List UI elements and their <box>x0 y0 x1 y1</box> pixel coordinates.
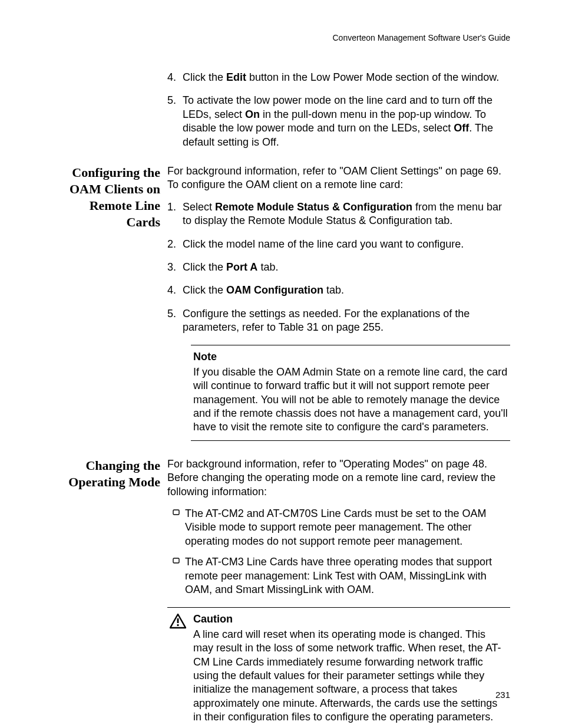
txt: tab. <box>257 261 278 273</box>
caution-title: Caution <box>193 612 508 626</box>
txt: Select <box>183 201 215 213</box>
svg-rect-3 <box>177 624 179 626</box>
step-num: 1. <box>167 200 183 214</box>
bullet-item: The AT-CM3 Line Cards have three operati… <box>167 555 510 597</box>
opmode-intro: For background information, refer to "Op… <box>167 457 510 499</box>
txt: tab. <box>323 284 344 296</box>
page-number: 231 <box>495 690 510 700</box>
step-num: 2. <box>167 238 183 251</box>
oam-section-row: Configuring the OAM Clients on Remote Li… <box>52 164 510 457</box>
bullet-item: The AT-CM2 and AT-CM70S Line Cards must … <box>167 507 510 548</box>
svg-rect-1 <box>173 558 179 563</box>
caution-icon <box>170 614 186 633</box>
oam-heading: Configuring the OAM Clients on Remote Li… <box>52 164 167 231</box>
txt-bold: On <box>245 108 260 120</box>
note-body: If you disable the OAM Admin State on a … <box>193 365 508 434</box>
caution-icon-cell <box>170 612 193 724</box>
step-body: Click the Edit button in the Low Power M… <box>183 71 510 84</box>
top-steps-row: 4. Click the Edit button in the Low Powe… <box>52 71 510 159</box>
txt: Click the <box>183 284 226 296</box>
oam-step-1: 1. Select Remote Module Status & Configu… <box>167 200 510 228</box>
oam-step-5: 5. Configure the settings as needed. For… <box>167 307 510 335</box>
txt: Click the <box>183 71 226 83</box>
step-num: 3. <box>167 261 183 274</box>
oam-step-3: 3. Click the Port A tab. <box>167 261 510 274</box>
oam-step-2: 2. Click the model name of the line card… <box>167 238 510 251</box>
caution-body: Caution A line card will reset when its … <box>193 612 508 724</box>
step-body: Click the OAM Configuration tab. <box>183 284 510 297</box>
oam-intro: For background information, refer to "OA… <box>167 164 510 192</box>
txt: button in the Low Power Mode section of … <box>246 71 499 83</box>
running-header: Converteon Management Software User's Gu… <box>52 33 510 42</box>
bullet-list: The AT-CM2 and AT-CM70S Line Cards must … <box>167 507 510 597</box>
caution-text: A line card will reset when its operatin… <box>193 628 508 724</box>
note-title: Note <box>193 350 508 364</box>
svg-rect-2 <box>177 618 179 623</box>
bullet-text: The AT-CM3 Line Cards have three operati… <box>185 555 510 597</box>
step-num: 4. <box>167 284 183 297</box>
svg-rect-0 <box>173 510 179 515</box>
txt: Click the <box>183 261 226 273</box>
caution-box: Caution A line card will reset when its … <box>167 607 510 728</box>
txt-bold: Edit <box>226 71 246 83</box>
heading-line: OAM Clients on <box>52 181 160 197</box>
step-4: 4. Click the Edit button in the Low Powe… <box>167 71 510 84</box>
step-5: 5. To activate the low power mode on the… <box>167 94 510 149</box>
txt-bold: Port A <box>226 261 257 273</box>
opmode-body: For background information, refer to "Op… <box>167 457 510 728</box>
note-box: Note If you disable the OAM Admin State … <box>191 345 510 440</box>
step-body: Select Remote Module Status & Configurat… <box>183 200 510 228</box>
bullet-icon <box>167 555 185 564</box>
step-body: To activate the low power mode on the li… <box>183 94 510 149</box>
step-num: 5. <box>167 94 183 107</box>
txt-bold: OAM Configuration <box>226 284 323 296</box>
heading-line: Configuring the <box>52 164 160 181</box>
step-body: Click the model name of the line card yo… <box>183 238 510 251</box>
step-num: 4. <box>167 71 183 84</box>
step-body: Configure the settings as needed. For th… <box>183 307 510 335</box>
step-num: 5. <box>167 307 183 321</box>
heading-line: Changing the <box>52 457 160 474</box>
oam-body: For background information, refer to "OA… <box>167 164 510 457</box>
txt-bold: Remote Module Status & Configuration <box>215 201 412 213</box>
page: Converteon Management Software User's Gu… <box>0 0 562 728</box>
opmode-section-row: Changing the Operating Mode For backgrou… <box>52 457 510 728</box>
bullet-text: The AT-CM2 and AT-CM70S Line Cards must … <box>185 507 510 548</box>
heading-line: Cards <box>52 214 160 230</box>
step-body: Click the Port A tab. <box>183 261 510 274</box>
heading-line: Operating Mode <box>52 474 160 490</box>
oam-step-4: 4. Click the OAM Configuration tab. <box>167 284 510 297</box>
opmode-heading: Changing the Operating Mode <box>52 457 167 490</box>
bullet-icon <box>167 507 185 516</box>
top-steps: 4. Click the Edit button in the Low Powe… <box>167 71 510 159</box>
txt-bold2: Off <box>454 122 469 134</box>
heading-line: Remote Line <box>52 197 160 214</box>
